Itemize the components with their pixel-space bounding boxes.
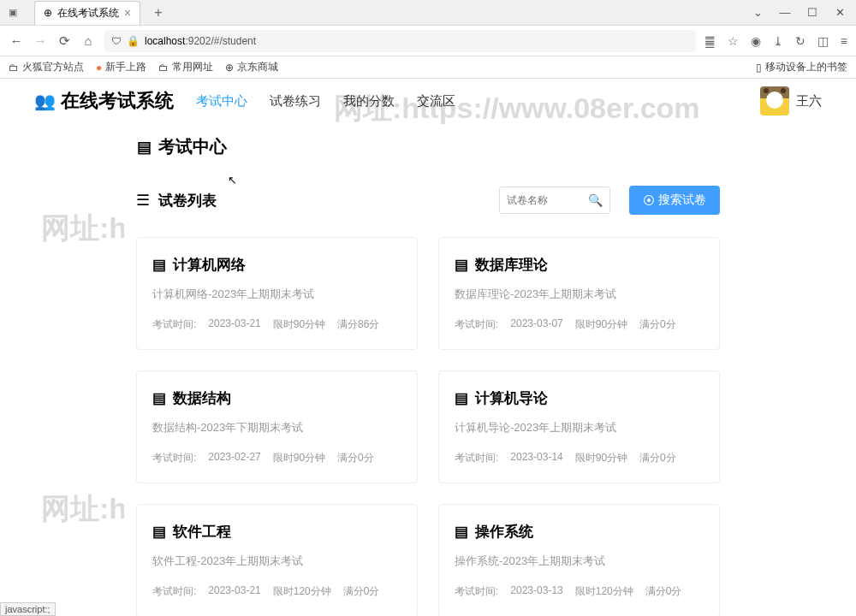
firefox-icon: ● (96, 62, 102, 74)
close-icon[interactable]: ✕ (834, 7, 846, 19)
card-subtitle: 数据库理论-2023年上期期末考试 (455, 287, 704, 302)
extensions-icon[interactable]: ◫ (817, 34, 829, 48)
browser-tab[interactable]: ⊕ 在线考试系统 × (34, 1, 140, 25)
globe-icon: ⊕ (44, 7, 52, 19)
card-meta: 考试时间:2023-03-13限时120分钟满分0分 (455, 584, 704, 599)
card-subtitle: 计算机导论-2023年上期期末考试 (455, 420, 704, 435)
history-icon[interactable]: ↻ (795, 34, 805, 48)
card-title: 计算机导论 (475, 388, 548, 408)
new-tab-button[interactable]: + (154, 5, 162, 21)
page-title: ▤ 考试中心 (0, 123, 856, 170)
document-icon: ▤ (152, 389, 166, 407)
logo-text: 在线考试系统 (61, 88, 174, 114)
close-tab-icon[interactable]: × (124, 6, 131, 20)
exam-card[interactable]: ▤操作系统操作系统-2023年上期期末考试考试时间:2023-03-13限时12… (438, 504, 720, 616)
chevron-down-icon[interactable]: ⌄ (752, 7, 764, 19)
search-input[interactable] (507, 194, 588, 206)
window-titlebar: ▣ ⊕ 在线考试系统 × + ⌄ ― ☐ ✕ (0, 0, 856, 26)
card-meta: 考试时间:2023-03-21限时120分钟满分0分 (152, 584, 401, 599)
folder-icon: 🗀 (9, 62, 19, 74)
avatar[interactable] (760, 86, 789, 116)
document-icon: ▤ (455, 256, 468, 274)
translate-icon[interactable]: ䷀ (704, 34, 716, 48)
bookmark-bar: 🗀火狐官方站点 ●新手上路 🗀常用网址 ⊕京东商城 ▯移动设备上的书签 (0, 56, 856, 79)
exam-card[interactable]: ▤数据库理论数据库理论-2023年上期期末考试考试时间:2023-03-07限时… (438, 237, 720, 350)
bookmark-item[interactable]: ▯移动设备上的书签 (756, 60, 847, 74)
forward-button: → (33, 33, 48, 48)
document-icon: ▤ (455, 389, 468, 407)
bookmark-item[interactable]: ●新手上路 (96, 60, 146, 74)
bookmark-item[interactable]: 🗀常用网址 (158, 60, 213, 74)
card-title: 软件工程 (173, 522, 231, 542)
search-input-wrap: 🔍 (499, 187, 610, 214)
tab-title: 在线考试系统 (57, 6, 119, 21)
card-title: 数据结构 (173, 388, 231, 408)
nav-forum[interactable]: 交流区 (417, 90, 455, 113)
shield-icon: 🛡 (111, 35, 122, 47)
exam-panel: ☰ 试卷列表 🔍 ⦿ 搜索试卷 ▤计算机网络计算机网络-2023年上期期末考试考… (124, 170, 732, 616)
card-meta: 考试时间:2023-02-27限时90分钟满分0分 (152, 451, 401, 465)
logo[interactable]: 👥 在线考试系统 (34, 88, 174, 114)
exam-card[interactable]: ▤计算机导论计算机导论-2023年上期期末考试考试时间:2023-03-14限时… (438, 370, 720, 483)
document-icon: ▤ (137, 138, 152, 157)
list-icon: ☰ (136, 191, 150, 210)
document-icon: ▤ (455, 523, 468, 541)
document-icon: ▤ (152, 523, 166, 541)
minimize-icon[interactable]: ― (779, 7, 791, 19)
mobile-icon: ▯ (756, 62, 762, 74)
card-meta: 考试时间:2023-03-21限时90分钟满分86分 (152, 317, 401, 332)
card-subtitle: 软件工程-2023年上期期末考试 (152, 554, 401, 569)
card-subtitle: 数据结构-2023年下期期末考试 (152, 420, 401, 435)
username[interactable]: 王六 (796, 93, 822, 110)
account-icon[interactable]: ◉ (751, 34, 761, 48)
sidebar-toggle-icon[interactable]: ▣ (7, 7, 19, 19)
exam-card[interactable]: ▤数据结构数据结构-2023年下期期末考试考试时间:2023-02-27限时90… (136, 370, 418, 483)
nav-practice[interactable]: 试卷练习 (270, 90, 321, 113)
bookmark-item[interactable]: ⊕京东商城 (225, 60, 278, 74)
address-bar: ← → ⟳ ⌂ 🛡 🔒 localhost:9202/#/student ䷀ ☆… (0, 26, 856, 56)
top-nav: 👥 在线考试系统 考试中心 试卷练习 我的分数 交流区 王六 (0, 79, 856, 123)
exam-card[interactable]: ▤计算机网络计算机网络-2023年上期期末考试考试时间:2023-03-21限时… (136, 237, 418, 350)
url-text: localhost:9202/#/student (145, 35, 256, 47)
url-input[interactable]: 🛡 🔒 localhost:9202/#/student (104, 30, 696, 52)
home-button[interactable]: ⌂ (80, 33, 96, 48)
card-subtitle: 计算机网络-2023年上期期末考试 (152, 287, 401, 302)
globe-icon: ⊕ (225, 62, 234, 74)
bookmark-item[interactable]: 🗀火狐官方站点 (9, 60, 84, 74)
nav-scores[interactable]: 我的分数 (343, 90, 395, 113)
logo-icon: 👥 (34, 91, 56, 111)
search-icon[interactable]: 🔍 (588, 193, 603, 207)
menu-icon[interactable]: ≡ (841, 34, 847, 48)
card-title: 计算机网络 (173, 255, 246, 275)
card-title: 操作系统 (475, 522, 533, 542)
exam-card[interactable]: ▤软件工程软件工程-2023年上期期末考试考试时间:2023-03-21限时12… (136, 504, 418, 616)
document-icon: ▤ (152, 256, 166, 274)
card-meta: 考试时间:2023-03-07限时90分钟满分0分 (455, 317, 704, 332)
panel-title: 试卷列表 (158, 191, 217, 210)
card-subtitle: 操作系统-2023年上期期末考试 (455, 554, 704, 569)
reload-button[interactable]: ⟳ (56, 33, 72, 49)
zoom-icon: ⦿ (643, 193, 655, 207)
star-icon[interactable]: ☆ (728, 34, 739, 48)
maximize-icon[interactable]: ☐ (806, 7, 818, 19)
status-bar: javascript:; (0, 602, 56, 616)
save-icon[interactable]: ⤓ (773, 34, 783, 48)
card-title: 数据库理论 (475, 255, 548, 275)
back-button[interactable]: ← (9, 33, 24, 48)
card-meta: 考试时间:2023-03-14限时90分钟满分0分 (455, 451, 704, 465)
lock-icon: 🔒 (127, 35, 140, 47)
folder-icon: 🗀 (158, 62, 169, 74)
search-button[interactable]: ⦿ 搜索试卷 (629, 186, 720, 215)
nav-exam-center[interactable]: 考试中心 (196, 90, 247, 113)
